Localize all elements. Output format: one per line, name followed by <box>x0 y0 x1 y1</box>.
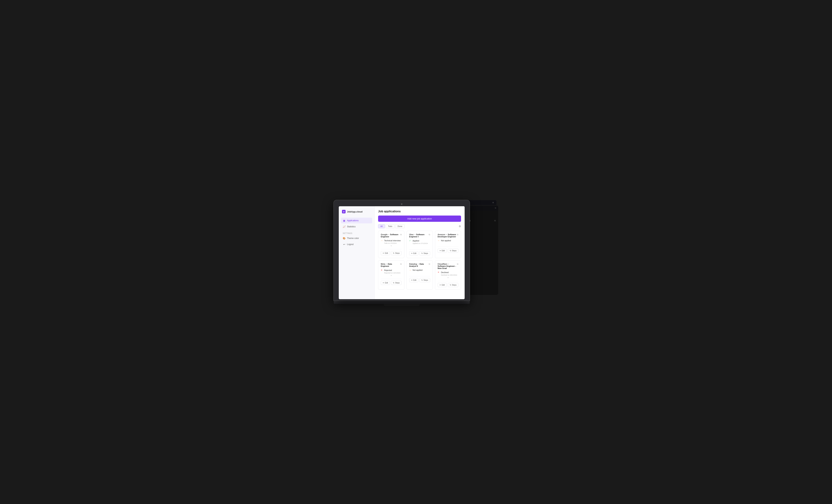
applications-label: Applications <box>347 219 359 222</box>
meta-steps-button[interactable]: ↻ Steps <box>391 281 402 285</box>
meta-status-text: Rejected <box>384 269 392 271</box>
filter-tab-done[interactable]: Done <box>395 224 405 228</box>
uber-edit-button[interactable]: ✏ Edit <box>409 251 418 256</box>
datadog-status-icon: → <box>409 269 412 271</box>
steps-icon-datadog: ↻ <box>421 279 423 281</box>
sidebar-item-theme-color[interactable]: 🎨 Theme color <box>341 235 372 241</box>
statistics-icon: 📈 <box>343 225 345 228</box>
job-card-google: Google • Software Engineer ⧉ → Technical… <box>378 231 405 258</box>
cloudflare-steps-label: Steps <box>452 284 457 286</box>
edit-pencil-icon: ✏ <box>383 252 384 254</box>
sidebar: ◈ JobApp.cloud ▦ Applications 📈 Statisti… <box>339 206 374 299</box>
cloudflare-status-icon: ✕ <box>438 271 440 273</box>
logo-area: ◈ JobApp.cloud <box>341 210 372 213</box>
cloudflare-edit-label: Edit <box>442 284 445 286</box>
cloudflare-external-link-icon[interactable]: ⧉ <box>457 263 458 265</box>
uber-status-icon: ✓ <box>409 239 412 242</box>
card-title-datadog: Datadog • Data Analyst II <box>409 263 429 267</box>
google-edit-button[interactable]: ✏ Edit <box>381 251 390 255</box>
job-card-meta: Meta • Data Engineer ⧉ ✕ Rejected Reject… <box>378 260 405 290</box>
google-steps-button[interactable]: ↻ Steps <box>391 251 402 255</box>
settings-gear-icon[interactable]: ⚙ <box>459 225 461 228</box>
laptop-stand <box>384 304 420 306</box>
steps-icon-cloudflare: ↻ <box>450 284 451 286</box>
theme-icon: 🎨 <box>343 237 345 240</box>
main-content: Job applications Add new job application… <box>374 206 465 299</box>
laptop-base <box>334 301 470 304</box>
steps-icon-meta: ↻ <box>393 282 394 284</box>
meta-status-icon: ✕ <box>381 269 383 271</box>
cards-grid: Google • Software Engineer ⧉ → Technical… <box>378 231 461 290</box>
logo-text: JobApp.cloud <box>347 210 363 213</box>
filter-tabs: All Todo Done <box>378 224 405 228</box>
meta-steps-label: Steps <box>395 282 400 284</box>
steps-icon-amazon: ↻ <box>450 250 451 251</box>
bg-settings-icon[interactable]: ⚙ <box>492 202 494 204</box>
datadog-external-link-icon[interactable]: ⧉ <box>429 263 430 265</box>
bg-topbar-link[interactable]: ⧉ <box>495 207 496 209</box>
steps-icon-uber: ↻ <box>421 253 423 254</box>
edit-pencil-icon-uber: ✏ <box>411 253 413 254</box>
sidebar-item-statistics[interactable]: 📈 Statistics <box>341 224 372 230</box>
meta-chevron-icon[interactable]: ∨ <box>381 274 402 276</box>
google-chevron-icon[interactable]: ∨ <box>381 245 402 247</box>
datadog-edit-label: Edit <box>413 279 416 281</box>
uber-status-text: Applied <box>413 240 419 242</box>
amazon-edit-button[interactable]: ✏ Edit <box>438 248 447 253</box>
uber-external-link-icon[interactable]: ⧉ <box>429 233 430 236</box>
amazon-status-text: Not applied <box>441 239 451 242</box>
cloudflare-edit-button[interactable]: ✏ Edit <box>438 283 447 287</box>
edit-pencil-icon-amazon: ✏ <box>440 250 441 251</box>
meta-external-link-icon[interactable]: ⧉ <box>400 263 402 265</box>
page-title: Job applications <box>378 210 461 213</box>
google-external-link-icon[interactable]: ⧉ <box>400 233 402 236</box>
amazon-steps-label: Steps <box>452 250 457 251</box>
job-card-amazon: Amazon • Software Developer Engineer ⧉ →… <box>435 231 461 258</box>
logo-icon: ◈ <box>342 210 345 213</box>
steps-icon-google: ↻ <box>393 252 394 254</box>
filter-tab-all[interactable]: All <box>378 224 385 228</box>
amazon-status-icon: → <box>438 239 440 242</box>
theme-color-label: Theme color <box>347 237 359 239</box>
cloudflare-chevron-icon[interactable]: ∨ <box>438 277 459 278</box>
uber-steps-button[interactable]: ↻ Steps <box>419 251 430 256</box>
filter-tab-todo[interactable]: Todo <box>386 224 394 228</box>
uber-edit-label: Edit <box>413 253 416 254</box>
card-title-amazon: Amazon • Software Developer Engineer <box>438 233 457 238</box>
uber-steps-label: Steps <box>423 253 428 254</box>
edit-pencil-icon-meta: ✏ <box>383 282 384 284</box>
sidebar-item-logout[interactable]: ↩ Logout <box>341 241 372 247</box>
sidebar-item-applications[interactable]: ▦ Applications <box>341 218 372 223</box>
card-title-uber: Uber • Software Engineer I <box>409 233 429 238</box>
applications-icon: ▦ <box>343 219 345 222</box>
cloudflare-status-date: Declined on 28/1/2024 <box>441 274 459 276</box>
laptop-camera <box>401 203 402 205</box>
google-edit-label: Edit <box>385 252 388 254</box>
card-title-meta: Meta • Data Engineer <box>381 263 400 267</box>
settings-label: Settings <box>343 232 372 234</box>
edit-pencil-icon-datadog: ✏ <box>411 279 413 281</box>
job-card-uber: Uber • Software Engineer I ⧉ ✓ Applied A… <box>407 231 433 258</box>
datadog-edit-button[interactable]: ✏ Edit <box>409 278 418 282</box>
card-title-cloudflare: Cloudflare • Software Engineer - New Gra… <box>438 263 457 269</box>
meta-status-date: Rejected on 24/1/2024 <box>384 272 402 274</box>
job-card-datadog: Datadog • Data Analyst II ⧉ → Not applie… <box>407 260 433 290</box>
job-card-cloudflare: Cloudflare • Software Engineer - New Gra… <box>435 260 461 290</box>
google-status-date: Todo on 2/2/2024 <box>384 242 402 244</box>
card-title-google: Google • Software Engineer <box>381 233 400 238</box>
bg-cloudflare-link-icon[interactable]: ⧉ <box>494 219 496 222</box>
cloudflare-steps-button[interactable]: ↻ Steps <box>448 283 459 287</box>
statistics-label: Statistics <box>347 226 356 228</box>
meta-edit-button[interactable]: ✏ Edit <box>381 281 390 285</box>
add-job-button[interactable]: Add new job application <box>378 215 461 222</box>
amazon-external-link-icon[interactable]: ⧉ <box>457 233 458 236</box>
google-status-text: Technical interview <box>384 239 400 242</box>
edit-pencil-icon-cloudflare: ✏ <box>440 284 441 286</box>
filter-bar: All Todo Done ⚙ <box>378 224 461 228</box>
uber-status-date: Applied on 27/1/2024 <box>413 242 430 244</box>
amazon-steps-button[interactable]: ↻ Steps <box>448 248 459 253</box>
google-status-icon: → <box>381 239 383 242</box>
datadog-steps-button[interactable]: ↻ Steps <box>419 278 430 282</box>
meta-edit-label: Edit <box>385 282 388 284</box>
cloudflare-status-text: Declined <box>441 271 449 273</box>
